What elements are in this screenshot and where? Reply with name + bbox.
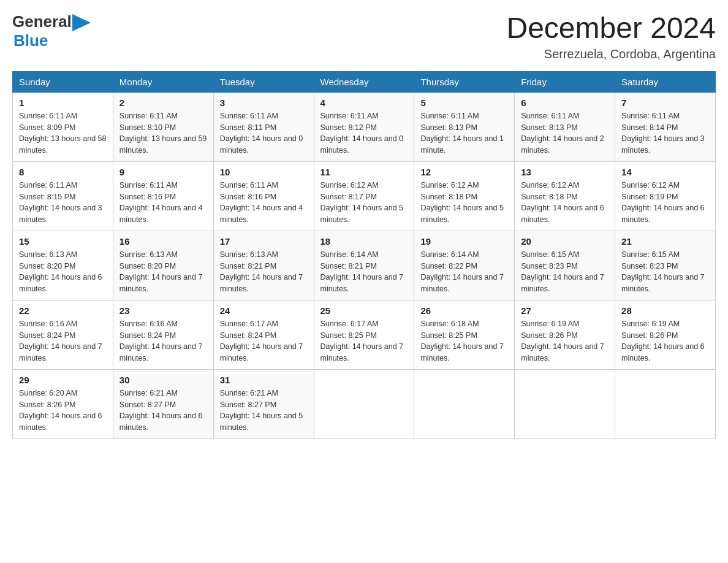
daylight-text: Daylight: 14 hours and 4 minutes. xyxy=(119,204,203,224)
sunrise-text: Sunrise: 6:12 AM xyxy=(320,181,379,190)
day-info: Sunrise: 6:11 AMSunset: 8:16 PMDaylight:… xyxy=(119,180,207,226)
day-number: 30 xyxy=(119,375,207,385)
sunrise-text: Sunrise: 6:11 AM xyxy=(119,181,178,190)
day-number: 13 xyxy=(521,167,609,177)
day-number: 9 xyxy=(119,167,207,177)
day-number: 27 xyxy=(521,305,609,316)
calendar-day-cell xyxy=(615,369,716,439)
calendar-day-cell: 14Sunrise: 6:12 AMSunset: 8:19 PMDayligh… xyxy=(615,161,716,231)
daylight-text: Daylight: 14 hours and 6 minutes. xyxy=(119,412,203,432)
sunrise-text: Sunrise: 6:21 AM xyxy=(220,389,278,397)
calendar-day-cell xyxy=(314,369,414,439)
sunset-text: Sunset: 8:09 PM xyxy=(19,123,75,132)
day-number: 22 xyxy=(19,305,107,316)
sunrise-text: Sunrise: 6:11 AM xyxy=(19,112,77,120)
daylight-text: Daylight: 14 hours and 5 minutes. xyxy=(320,204,404,224)
sunset-text: Sunset: 8:20 PM xyxy=(19,262,75,270)
daylight-text: Daylight: 14 hours and 7 minutes. xyxy=(320,273,404,293)
day-info: Sunrise: 6:11 AMSunset: 8:16 PMDaylight:… xyxy=(220,180,308,226)
sunset-text: Sunset: 8:25 PM xyxy=(320,331,377,340)
calendar-week-row: 22Sunrise: 6:16 AMSunset: 8:24 PMDayligh… xyxy=(13,300,716,369)
sunrise-text: Sunrise: 6:12 AM xyxy=(521,181,579,190)
calendar-day-cell: 6Sunrise: 6:11 AMSunset: 8:13 PMDaylight… xyxy=(515,92,615,161)
calendar-day-cell: 3Sunrise: 6:11 AMSunset: 8:11 PMDaylight… xyxy=(213,92,314,161)
calendar-day-cell: 2Sunrise: 6:11 AMSunset: 8:10 PMDaylight… xyxy=(113,92,213,161)
sunset-text: Sunset: 8:23 PM xyxy=(521,262,577,270)
sunset-text: Sunset: 8:10 PM xyxy=(119,123,176,132)
day-info: Sunrise: 6:21 AMSunset: 8:27 PMDaylight:… xyxy=(119,388,207,434)
day-info: Sunrise: 6:12 AMSunset: 8:18 PMDaylight:… xyxy=(521,180,609,226)
sunset-text: Sunset: 8:23 PM xyxy=(621,262,678,270)
day-number: 20 xyxy=(521,236,609,247)
day-info: Sunrise: 6:11 AMSunset: 8:13 PMDaylight:… xyxy=(521,110,609,156)
day-info: Sunrise: 6:13 AMSunset: 8:20 PMDaylight:… xyxy=(119,249,207,295)
logo-general-text: General xyxy=(12,12,72,31)
calendar-day-cell: 28Sunrise: 6:19 AMSunset: 8:26 PMDayligh… xyxy=(615,300,716,369)
daylight-text: Daylight: 14 hours and 7 minutes. xyxy=(220,273,303,293)
sunrise-text: Sunrise: 6:13 AM xyxy=(220,250,278,259)
day-info: Sunrise: 6:17 AMSunset: 8:25 PMDaylight:… xyxy=(320,318,408,364)
sunset-text: Sunset: 8:22 PM xyxy=(420,262,477,270)
sunrise-text: Sunrise: 6:18 AM xyxy=(420,320,479,328)
sunset-text: Sunset: 8:19 PM xyxy=(621,193,678,201)
day-info: Sunrise: 6:16 AMSunset: 8:24 PMDaylight:… xyxy=(119,318,207,364)
day-number: 1 xyxy=(19,98,107,108)
day-info: Sunrise: 6:17 AMSunset: 8:24 PMDaylight:… xyxy=(220,318,308,364)
sunrise-text: Sunrise: 6:11 AM xyxy=(320,112,379,120)
location-title: Serrezuela, Cordoba, Argentina xyxy=(506,47,716,61)
sunrise-text: Sunrise: 6:21 AM xyxy=(119,389,178,397)
sunset-text: Sunset: 8:13 PM xyxy=(420,123,477,132)
page-header: General Blue December 2024 Serrezuela, C… xyxy=(12,12,716,61)
sunrise-text: Sunrise: 6:13 AM xyxy=(119,250,178,259)
logo-blue-text: Blue xyxy=(13,31,48,50)
daylight-text: Daylight: 14 hours and 7 minutes. xyxy=(521,273,604,293)
calendar-week-row: 1Sunrise: 6:11 AMSunset: 8:09 PMDaylight… xyxy=(13,92,716,161)
daylight-text: Daylight: 14 hours and 6 minutes. xyxy=(19,273,102,293)
sunset-text: Sunset: 8:26 PM xyxy=(521,331,577,340)
day-number: 24 xyxy=(220,305,308,316)
sunset-text: Sunset: 8:26 PM xyxy=(19,400,75,409)
sunrise-text: Sunrise: 6:14 AM xyxy=(420,250,479,259)
calendar-header-row: SundayMondayTuesdayWednesdayThursdayFrid… xyxy=(13,71,716,92)
day-info: Sunrise: 6:21 AMSunset: 8:27 PMDaylight:… xyxy=(220,388,308,434)
day-number: 18 xyxy=(320,236,408,247)
logo: General Blue xyxy=(12,12,91,50)
day-of-week-header: Thursday xyxy=(414,71,515,92)
daylight-text: Daylight: 13 hours and 59 minutes. xyxy=(119,134,207,155)
calendar-day-cell: 19Sunrise: 6:14 AMSunset: 8:22 PMDayligh… xyxy=(414,231,515,300)
svg-marker-0 xyxy=(72,14,91,31)
calendar-day-cell: 22Sunrise: 6:16 AMSunset: 8:24 PMDayligh… xyxy=(13,300,113,369)
sunrise-text: Sunrise: 6:17 AM xyxy=(320,320,379,328)
day-info: Sunrise: 6:11 AMSunset: 8:10 PMDaylight:… xyxy=(119,110,207,156)
sunset-text: Sunset: 8:13 PM xyxy=(521,123,577,132)
sunrise-text: Sunrise: 6:14 AM xyxy=(320,250,379,259)
sunrise-text: Sunrise: 6:11 AM xyxy=(119,112,178,120)
calendar-day-cell: 31Sunrise: 6:21 AMSunset: 8:27 PMDayligh… xyxy=(213,369,314,439)
day-number: 26 xyxy=(420,305,508,316)
day-info: Sunrise: 6:12 AMSunset: 8:17 PMDaylight:… xyxy=(320,180,408,226)
daylight-text: Daylight: 14 hours and 1 minute. xyxy=(420,134,504,155)
daylight-text: Daylight: 14 hours and 7 minutes. xyxy=(320,342,404,362)
daylight-text: Daylight: 14 hours and 6 minutes. xyxy=(521,204,604,224)
calendar-week-row: 15Sunrise: 6:13 AMSunset: 8:20 PMDayligh… xyxy=(13,231,716,300)
daylight-text: Daylight: 14 hours and 5 minutes. xyxy=(220,412,303,432)
sunrise-text: Sunrise: 6:19 AM xyxy=(521,320,579,328)
calendar-day-cell: 23Sunrise: 6:16 AMSunset: 8:24 PMDayligh… xyxy=(113,300,213,369)
sunset-text: Sunset: 8:12 PM xyxy=(320,123,377,132)
day-number: 15 xyxy=(19,236,107,247)
sunrise-text: Sunrise: 6:15 AM xyxy=(521,250,579,259)
sunset-text: Sunset: 8:15 PM xyxy=(19,193,75,201)
day-number: 7 xyxy=(621,98,709,108)
calendar-table: SundayMondayTuesdayWednesdayThursdayFrid… xyxy=(12,71,716,439)
sunrise-text: Sunrise: 6:11 AM xyxy=(220,181,278,190)
calendar-day-cell xyxy=(515,369,615,439)
day-info: Sunrise: 6:12 AMSunset: 8:19 PMDaylight:… xyxy=(621,180,709,226)
day-info: Sunrise: 6:11 AMSunset: 8:12 PMDaylight:… xyxy=(320,110,408,156)
daylight-text: Daylight: 14 hours and 4 minutes. xyxy=(220,204,303,224)
daylight-text: Daylight: 14 hours and 2 minutes. xyxy=(521,134,604,155)
daylight-text: Daylight: 14 hours and 6 minutes. xyxy=(621,342,705,362)
day-info: Sunrise: 6:19 AMSunset: 8:26 PMDaylight:… xyxy=(621,318,709,364)
sunset-text: Sunset: 8:18 PM xyxy=(521,193,577,201)
logo-arrow-icon xyxy=(72,14,91,31)
daylight-text: Daylight: 14 hours and 7 minutes. xyxy=(420,273,504,293)
